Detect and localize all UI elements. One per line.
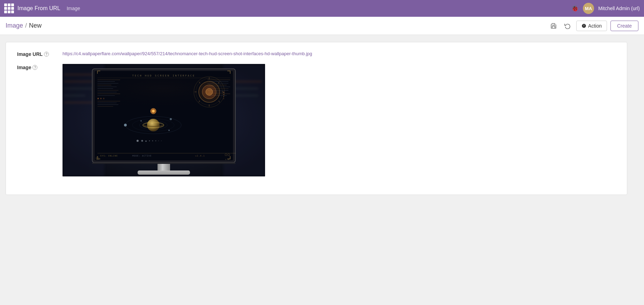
image-preview-container: TECH HUD SCREEN INTERFACE	[63, 64, 616, 176]
svg-rect-20	[97, 87, 117, 87]
svg-rect-82	[97, 153, 236, 153]
breadcrumb-parent[interactable]: Image	[6, 22, 23, 29]
navbar: Image From URL Image 🐞 MA Mitchell Admin…	[0, 0, 644, 17]
svg-point-68	[137, 140, 139, 142]
save-manually-button[interactable]	[548, 21, 559, 30]
navbar-model-label[interactable]: Image	[67, 6, 80, 11]
create-button[interactable]: Create	[610, 21, 638, 31]
image-row: Image ?	[17, 64, 616, 176]
action-button[interactable]: Action	[576, 21, 607, 31]
image-help-icon[interactable]: ?	[32, 65, 37, 70]
svg-point-51	[206, 88, 213, 95]
hud-svg: TECH HUD SCREEN INTERFACE	[63, 64, 265, 176]
svg-rect-27	[100, 98, 102, 99]
discard-button[interactable]	[562, 21, 573, 30]
svg-point-76	[147, 119, 160, 131]
svg-rect-19	[97, 85, 111, 85]
hud-canvas: TECH HUD SCREEN INTERFACE	[63, 64, 265, 176]
svg-text:⚙: ⚙	[228, 158, 229, 160]
svg-point-67	[140, 120, 142, 122]
svg-rect-17	[97, 81, 115, 82]
navbar-right: 🐞 MA Mitchell Admin (url)	[571, 3, 640, 14]
svg-point-73	[155, 140, 156, 141]
svg-rect-28	[103, 98, 104, 99]
navbar-app-title[interactable]: Image From URL	[17, 5, 60, 12]
svg-point-64	[124, 124, 127, 126]
svg-text:MODE: ACTIVE: MODE: ACTIVE	[132, 154, 152, 157]
svg-point-72	[152, 140, 153, 141]
svg-rect-18	[97, 83, 118, 83]
svg-rect-16	[97, 80, 120, 80]
svg-point-69	[141, 140, 143, 142]
image-url-value: https://c4.wallpaperflare.com/wallpaper/…	[63, 51, 616, 56]
svg-point-75	[161, 140, 162, 141]
svg-rect-6	[64, 95, 85, 96]
svg-rect-32	[97, 106, 113, 107]
apps-menu-icon[interactable]	[4, 3, 14, 13]
image-label: Image ?	[17, 64, 63, 70]
svg-rect-5	[64, 88, 96, 89]
main-content: Image URL ? https://c4.wallpaperflare.co…	[0, 35, 644, 202]
breadcrumb-separator: /	[25, 22, 27, 29]
svg-rect-29	[97, 101, 120, 101]
subheader-actions: Action Create	[548, 21, 638, 31]
svg-rect-23	[97, 92, 117, 92]
avatar-initials: MA	[585, 6, 592, 11]
svg-rect-21	[97, 88, 113, 89]
svg-rect-30	[97, 103, 117, 103]
svg-point-65	[170, 118, 172, 120]
image-url-help-icon[interactable]: ?	[44, 52, 49, 57]
breadcrumb: Image / New	[6, 22, 548, 29]
svg-rect-24	[97, 94, 120, 94]
svg-text:SYS: ONLINE: SYS: ONLINE	[100, 154, 118, 157]
svg-rect-91	[138, 170, 190, 175]
action-label: Action	[588, 23, 602, 29]
form-card: Image URL ? https://c4.wallpaperflare.co…	[6, 42, 627, 195]
subheader: Image / New Action Create	[0, 17, 644, 35]
svg-text:⚙: ⚙	[225, 158, 226, 160]
svg-rect-25	[97, 95, 115, 96]
svg-rect-4	[64, 81, 92, 82]
svg-rect-88	[92, 162, 235, 164]
navbar-user[interactable]: Mitchell Admin (url)	[598, 6, 640, 11]
svg-point-71	[149, 140, 150, 141]
svg-text:TECH HUD SCREEN INTERFACE: TECH HUD SCREEN INTERFACE	[132, 74, 195, 77]
url-text: https://c4.wallpaperflare.com/wallpaper/…	[63, 51, 312, 56]
svg-rect-26	[97, 98, 99, 99]
svg-text:?: ?	[96, 158, 97, 160]
svg-rect-31	[97, 104, 118, 105]
image-url-row: Image URL ? https://c4.wallpaperflare.co…	[17, 51, 616, 57]
svg-rect-22	[97, 90, 118, 90]
avatar: MA	[583, 3, 594, 14]
image-preview: TECH HUD SCREEN INTERFACE	[63, 64, 265, 176]
svg-point-74	[158, 140, 159, 141]
image-url-label: Image URL ?	[17, 51, 63, 57]
svg-rect-90	[158, 164, 170, 172]
debug-icon[interactable]: 🐞	[571, 5, 579, 12]
breadcrumb-current: New	[29, 22, 42, 29]
svg-point-66	[168, 130, 170, 131]
svg-rect-44	[223, 94, 224, 95]
svg-point-70	[145, 140, 147, 142]
svg-point-81	[152, 110, 154, 112]
svg-text:v2.4.1: v2.4.1	[195, 154, 205, 157]
